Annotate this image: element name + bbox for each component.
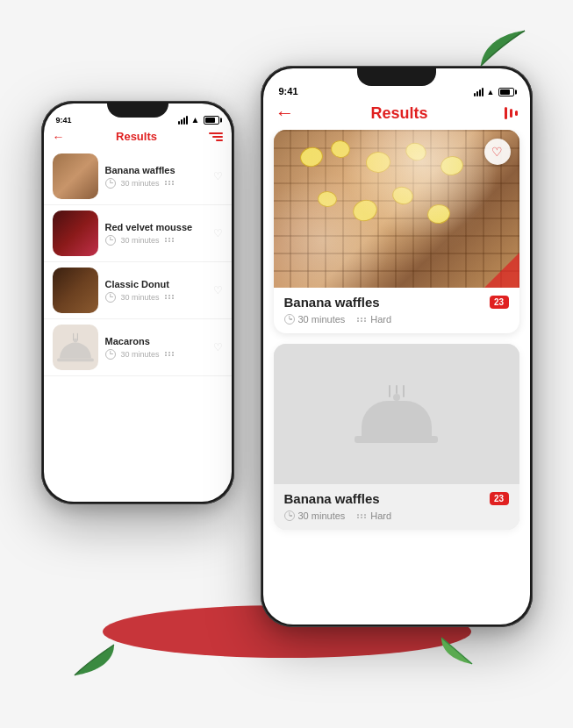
grid-dot [357, 514, 359, 516]
food-badge-2: 23 [490, 492, 509, 505]
grid-dot [364, 318, 366, 319]
food-card-placeholder[interactable]: Banana waffles 23 30 minutes [274, 344, 519, 530]
grid-dot [364, 514, 366, 516]
signal-bar-1 [178, 121, 180, 125]
app-header-back: ← Results [44, 128, 232, 148]
list-item-time-waffle: 30 minutes [121, 179, 160, 188]
list-item-velvet[interactable]: Red velvet mousse 30 minutes [44, 205, 232, 262]
food-meta-1: 30 minutes [284, 314, 509, 325]
battery-fill [205, 118, 215, 123]
meta-difficulty-2: Hard [357, 510, 391, 521]
grid-dot [165, 181, 167, 182]
steam-line-3 [403, 385, 405, 397]
banana-slice-6 [317, 190, 337, 208]
wifi-icon: ▲ [191, 115, 200, 125]
heart-button[interactable]: ♡ [484, 139, 511, 165]
signal-icon-front [474, 88, 483, 96]
donut-image [53, 268, 98, 313]
grid-dot [172, 240, 174, 242]
grid-dot [361, 517, 362, 518]
grid-dot [364, 320, 366, 322]
phone-frame-front: 9:41 ▲ [261, 66, 533, 627]
heart-icon-front: ♡ [491, 146, 503, 158]
food-badge-1: 23 [490, 296, 509, 309]
food-card-banana-waffles[interactable]: ♡ Banana waffles 23 30 minut [274, 130, 519, 333]
food-card-info-1: Banana waffles 23 30 minutes [274, 288, 519, 333]
status-icons-front: ▲ [474, 88, 514, 96]
leaf-bottom-right [437, 633, 476, 667]
clock-icon-card-2 [284, 510, 295, 521]
dish-plate [57, 359, 94, 362]
list-item-image-velvet [53, 211, 98, 256]
list-item-title-velvet: Red velvet mousse [105, 222, 206, 232]
filter-icon-front[interactable] [505, 107, 518, 119]
wifi-icon-front: ▲ [487, 88, 495, 96]
status-time-front: 9:41 [279, 86, 298, 96]
signal-bar-3 [183, 118, 185, 125]
clock-icon-velvet [105, 235, 116, 246]
banana-slice-5 [439, 154, 464, 177]
clock-icon [105, 178, 116, 189]
list-item-macaron[interactable]: Macarons 30 minutes [44, 319, 232, 376]
banana-slice-1 [297, 145, 325, 169]
banana-slice-8 [390, 184, 414, 207]
list-item-title-donut: Classic Donut [105, 279, 206, 289]
notch-front [357, 68, 436, 86]
dish-dome [60, 343, 91, 359]
list-item-title-macaron: Macarons [105, 336, 206, 346]
difficulty-icon-2 [357, 514, 367, 518]
dish-placeholder-small [57, 333, 94, 361]
phone-front: 9:41 ▲ [261, 66, 533, 627]
list-item-content-velvet: Red velvet mousse 30 minutes [105, 222, 206, 246]
grid-dot [357, 318, 359, 319]
signal-bar [476, 91, 478, 96]
list-item-meta-donut: 30 minutes [105, 292, 206, 303]
grid-dot [168, 352, 170, 353]
filter-bar-1 [505, 107, 507, 119]
app-header-front: ← Results [263, 100, 530, 130]
grid-dot [172, 183, 174, 185]
filter-line-2 [212, 136, 223, 138]
heart-icon-macaron: ♡ [213, 341, 223, 353]
food-card-title-row-1: Banana waffles 23 [284, 295, 509, 310]
grid-icon-macaron [165, 352, 175, 356]
grid-dot [361, 318, 362, 319]
grid-dot [357, 517, 359, 518]
food-title-1: Banana waffles [284, 295, 380, 310]
waffle-background [274, 130, 519, 288]
list-item-waffle[interactable]: Banana waffles 30 minutes [44, 148, 232, 205]
clock-icon-card-1 [284, 314, 295, 325]
grid-icon [165, 181, 175, 185]
dish-cloche-icon [355, 385, 438, 443]
back-button-back[interactable]: ← [53, 131, 65, 143]
notch-back [107, 103, 168, 118]
waffle-image [53, 153, 98, 199]
grid-dot [172, 181, 174, 182]
phone-frame-back: 9:41 ▲ [41, 101, 234, 504]
grid-dot [165, 297, 167, 299]
placeholder-image [274, 344, 519, 484]
list-item-donut[interactable]: Classic Donut 30 minutes [44, 262, 232, 319]
phone-screen-back: 9:41 ▲ [44, 103, 232, 502]
list-item-time-macaron: 30 minutes [121, 350, 160, 359]
grid-dot [361, 320, 362, 322]
food-difficulty-1: Hard [370, 314, 391, 325]
filter-icon-back[interactable] [209, 132, 223, 141]
list-item-content-donut: Classic Donut 30 minutes [105, 279, 206, 303]
grid-icon-velvet [165, 238, 175, 242]
filter-line-1 [209, 132, 223, 134]
list-item-content-macaron: Macarons 30 minutes [105, 336, 206, 360]
grid-dot [165, 352, 167, 353]
grid-dot [165, 183, 167, 185]
list-item-time-donut: 30 minutes [121, 293, 160, 302]
list-item-image-waffle [53, 153, 98, 199]
list-item-content-waffle: Banana waffles 30 minutes [105, 165, 206, 189]
page-title-back: Results [116, 130, 157, 143]
phone-screen-front: 9:41 ▲ [263, 68, 530, 625]
leaf-bottom-left [70, 640, 118, 680]
grid-dot [172, 295, 174, 296]
scroll-content[interactable]: ♡ Banana waffles 23 30 minut [263, 130, 530, 625]
back-button-front[interactable]: ← [276, 103, 295, 123]
grid-dot [357, 320, 359, 322]
grid-icon-donut [165, 295, 175, 299]
